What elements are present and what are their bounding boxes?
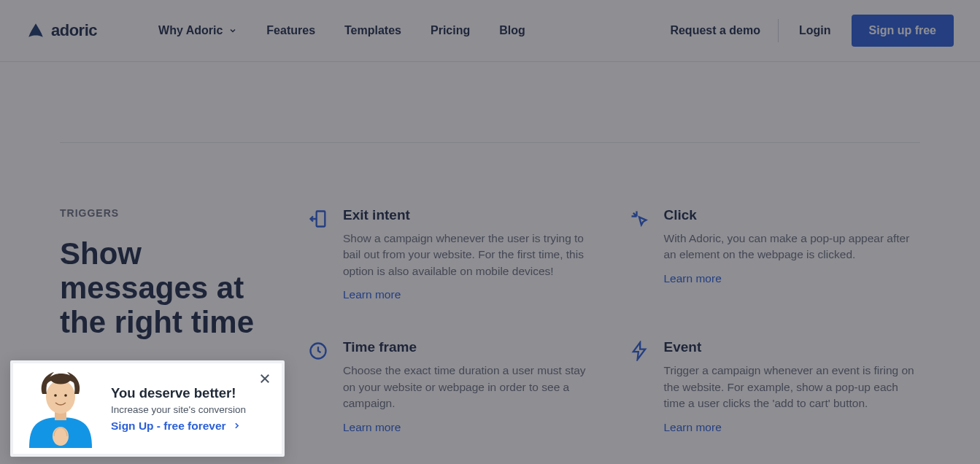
nav-item-label: Templates — [344, 24, 401, 37]
svg-point-5 — [46, 380, 75, 414]
logo-mark-icon — [26, 21, 45, 40]
feature-description: With Adoric, you can make a pop-up appea… — [664, 231, 921, 263]
chevron-down-icon — [228, 26, 237, 35]
feature-title: Event — [664, 339, 921, 355]
nav-templates[interactable]: Templates — [344, 24, 401, 37]
brand-name: adoric — [51, 21, 97, 40]
nav-item-label: Pricing — [431, 24, 470, 37]
popup-signup-link[interactable]: Sign Up - free forever — [111, 419, 271, 433]
header-actions: Request a demo Login Sign up free — [670, 15, 954, 47]
click-icon — [629, 209, 649, 229]
nav-blog[interactable]: Blog — [499, 24, 525, 37]
brand-logo[interactable]: adoric — [26, 21, 97, 40]
feature-click: Click With Adoric, you can make a pop-up… — [629, 207, 921, 301]
primary-nav: Why Adoric Features Templates Pricing Bl… — [158, 24, 525, 37]
feature-description: Show a campaign whenever the user is try… — [343, 231, 600, 279]
nav-pricing[interactable]: Pricing — [431, 24, 470, 37]
nav-item-label: Why Adoric — [158, 24, 223, 37]
clock-icon — [308, 341, 328, 361]
person-illustration-icon — [22, 369, 99, 448]
features-grid: Exit intent Show a campaign whenever the… — [308, 207, 920, 434]
popup-title: You deserve better! — [111, 385, 271, 401]
feature-description: Choose the exact time duration a user mu… — [343, 363, 600, 411]
feature-title: Exit intent — [343, 207, 600, 223]
svg-point-7 — [54, 394, 57, 397]
feature-exit-intent: Exit intent Show a campaign whenever the… — [308, 207, 600, 301]
svg-point-6 — [53, 427, 69, 446]
chevron-right-icon — [232, 421, 242, 430]
popup-cta-label: Sign Up - free forever — [111, 419, 226, 433]
popup-body: You deserve better! Increase your site's… — [111, 385, 271, 433]
top-nav: adoric Why Adoric Features Templates Pri… — [0, 0, 980, 62]
request-demo-link[interactable]: Request a demo — [670, 24, 778, 37]
feature-time-frame: Time frame Choose the exact time duratio… — [308, 339, 600, 433]
learn-more-link[interactable]: Learn more — [664, 421, 722, 433]
nav-why-adoric[interactable]: Why Adoric — [158, 24, 237, 37]
feature-title: Time frame — [343, 339, 600, 355]
nav-item-label: Blog — [499, 24, 525, 37]
svg-point-8 — [64, 394, 67, 397]
learn-more-link[interactable]: Learn more — [664, 272, 722, 285]
exit-intent-icon — [308, 209, 328, 229]
section-eyebrow: TRIGGERS — [60, 207, 293, 219]
feature-title: Click — [664, 207, 921, 223]
login-link[interactable]: Login — [779, 24, 852, 37]
feature-event: Event Trigger a campaign whenever an eve… — [629, 339, 921, 433]
feature-description: Trigger a campaign whenever an event is … — [664, 363, 921, 411]
nav-features[interactable]: Features — [266, 24, 315, 37]
popup-subtitle: Increase your site's conversion — [111, 404, 271, 415]
popup-avatar — [22, 369, 99, 448]
promo-popup: You deserve better! Increase your site's… — [10, 360, 285, 457]
learn-more-link[interactable]: Learn more — [343, 421, 401, 433]
svg-rect-0 — [317, 212, 325, 227]
nav-item-label: Features — [266, 24, 315, 37]
signup-button[interactable]: Sign up free — [852, 15, 954, 47]
section-title: Show messages at the right time — [60, 236, 293, 339]
lightning-icon — [629, 341, 649, 361]
close-button[interactable] — [258, 372, 271, 385]
learn-more-link[interactable]: Learn more — [343, 288, 401, 301]
close-icon — [258, 372, 271, 385]
horizontal-divider — [60, 142, 920, 143]
